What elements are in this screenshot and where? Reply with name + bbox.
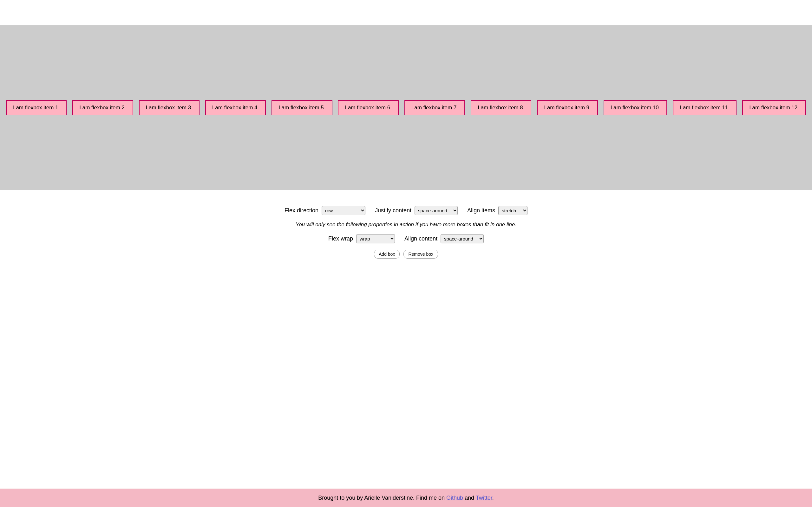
flex-item: I am flexbox item 4.	[205, 100, 266, 115]
remove-box-button[interactable]: Remove box	[403, 250, 438, 259]
flex-item: I am flexbox item 9.	[537, 100, 598, 115]
footer-and-text: and	[463, 495, 476, 501]
flex-item: I am flexbox item 6.	[338, 100, 398, 115]
footer-text-before: Brought to you by Arielle Vaniderstine. …	[318, 495, 446, 501]
align-content-group: Align content flex-startflex-endcentersp…	[404, 234, 484, 243]
flex-item: I am flexbox item 11.	[673, 100, 737, 115]
flex-item: I am flexbox item 12.	[742, 100, 806, 115]
flex-wrap-label: Flex wrap	[328, 235, 353, 242]
justify-content-select[interactable]: flex-startflex-endcenterspace-betweenspa…	[415, 206, 458, 215]
align-content-label: Align content	[404, 235, 438, 242]
top-controls-row: Flex direction rowrow-reversecolumncolum…	[285, 206, 527, 215]
flex-item: I am flexbox item 10.	[604, 100, 667, 115]
justify-content-group: Justify content flex-startflex-endcenter…	[375, 206, 458, 215]
note-text: You will only see the following properti…	[296, 222, 516, 228]
add-box-button[interactable]: Add box	[374, 250, 400, 259]
align-items-label: Align items	[467, 207, 495, 214]
controls-area: Flex direction rowrow-reversecolumncolum…	[0, 190, 812, 271]
flex-wrap-select[interactable]: nowrapwrapwrap-reverse	[356, 234, 395, 243]
align-items-select[interactable]: flex-startflex-endcenterstretchbaseline	[498, 206, 527, 215]
flex-item: I am flexbox item 8.	[471, 100, 531, 115]
footer-text-after: .	[492, 495, 494, 501]
flex-item: I am flexbox item 1.	[6, 100, 67, 115]
github-link[interactable]: Github	[446, 495, 463, 501]
footer: Brought to you by Arielle Vaniderstine. …	[0, 489, 812, 507]
buttons-row: Add box Remove box	[374, 250, 438, 259]
flex-item: I am flexbox item 5.	[271, 100, 332, 115]
flex-item: I am flexbox item 2.	[72, 100, 133, 115]
flex-wrap-group: Flex wrap nowrapwrapwrap-reverse	[328, 234, 395, 243]
justify-content-label: Justify content	[375, 207, 411, 214]
twitter-link[interactable]: Twitter	[476, 495, 492, 501]
flex-item: I am flexbox item 3.	[139, 100, 200, 115]
flex-item: I am flexbox item 7.	[404, 100, 465, 115]
bottom-controls-row: Flex wrap nowrapwrapwrap-reverse Align c…	[328, 234, 484, 243]
flex-demo-area: I am flexbox item 1.I am flexbox item 2.…	[0, 25, 812, 190]
flex-direction-select[interactable]: rowrow-reversecolumncolumn-reverse	[322, 206, 365, 215]
align-items-group: Align items flex-startflex-endcenterstre…	[467, 206, 527, 215]
flex-direction-label: Flex direction	[285, 207, 318, 214]
flex-direction-group: Flex direction rowrow-reversecolumncolum…	[285, 206, 365, 215]
align-content-select[interactable]: flex-startflex-endcenterspace-betweenspa…	[441, 234, 484, 243]
